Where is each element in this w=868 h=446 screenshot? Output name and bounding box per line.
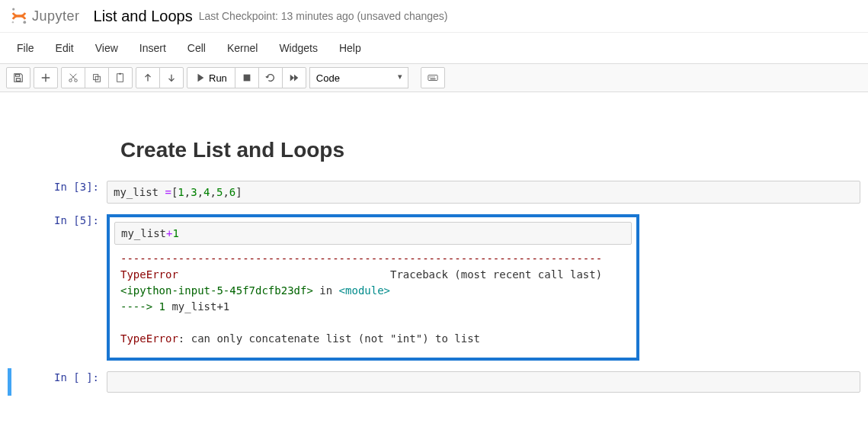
interrupt-button[interactable]: [235, 67, 259, 88]
arrow-down-icon: [166, 72, 177, 83]
code-cell-3[interactable]: In [ ]:: [8, 368, 860, 396]
keyboard-icon: [428, 72, 438, 83]
jupyter-icon: [9, 6, 29, 26]
move-up-button[interactable]: [136, 67, 160, 88]
svg-rect-10: [428, 75, 437, 81]
input-prompt-2: In [5]:: [8, 214, 107, 361]
save-icon: [13, 72, 24, 83]
code-input-1[interactable]: my_list =[1,3,4,5,6]: [107, 181, 860, 204]
notebook-area: Create List and Loops In [3]: my_list =[…: [0, 92, 868, 416]
code-cell-2[interactable]: In [5]: my_list+1 ----------------------…: [8, 211, 860, 364]
run-button[interactable]: Run: [187, 67, 235, 88]
svg-rect-13: [434, 76, 434, 77]
svg-point-0: [12, 8, 14, 10]
toolbar: Run Code: [0, 64, 868, 92]
error-output: ----------------------------------------…: [114, 245, 632, 353]
save-button[interactable]: [6, 67, 30, 88]
heading-create-list: Create List and Loops: [120, 138, 860, 162]
error-final-type: TypeError: [120, 332, 178, 345]
input-prompt-3: In [ ]:: [14, 371, 107, 393]
checkpoint-text: Last Checkpoint: 13 minutes ago (unsaved…: [199, 10, 448, 22]
code-input-3[interactable]: [107, 371, 860, 393]
copy-icon: [91, 72, 102, 83]
menu-edit[interactable]: Edit: [45, 36, 85, 60]
frame-in: in: [313, 284, 339, 297]
paste-icon: [115, 72, 126, 83]
svg-point-2: [12, 21, 14, 23]
notebook-title[interactable]: List and Loops: [94, 8, 193, 25]
restart-run-all-button[interactable]: [282, 67, 306, 88]
svg-rect-12: [431, 76, 432, 77]
cut-button[interactable]: [61, 67, 85, 88]
frame-module: <module>: [339, 284, 390, 297]
code-input-2[interactable]: my_list+1: [114, 222, 632, 245]
error-separator: ----------------------------------------…: [120, 252, 602, 265]
error-arrow: ---->: [120, 300, 159, 313]
restart-icon: [265, 72, 276, 83]
add-cell-button[interactable]: [34, 67, 58, 88]
menu-kernel[interactable]: Kernel: [216, 36, 268, 60]
restart-button[interactable]: [258, 67, 283, 88]
cut-icon: [68, 72, 78, 83]
svg-rect-7: [117, 74, 123, 82]
svg-rect-14: [430, 79, 435, 79]
error-lineno: 1: [159, 300, 165, 313]
stop-icon: [242, 72, 252, 83]
jupyter-logo[interactable]: Jupyter: [9, 6, 80, 26]
menu-widgets[interactable]: Widgets: [268, 36, 328, 60]
frame-code: my_list+1: [165, 300, 229, 313]
menu-view[interactable]: View: [85, 36, 129, 60]
frame-file: <ipython-input-5-45f7dcfb23df>: [120, 284, 313, 297]
svg-point-1: [23, 21, 26, 24]
command-palette-button[interactable]: [421, 67, 445, 88]
error-type: TypeError: [120, 268, 178, 281]
code-cell-1[interactable]: In [3]: my_list =[1,3,4,5,6]: [8, 178, 860, 207]
svg-rect-9: [243, 75, 250, 82]
fast-forward-icon: [289, 72, 299, 83]
highlight-box: my_list+1 ------------------------------…: [107, 214, 639, 361]
error-final-msg: : can only concatenate list (not "int") …: [178, 332, 480, 345]
svg-point-4: [75, 79, 78, 82]
header-bar: Jupyter List and Loops Last Checkpoint: …: [0, 0, 868, 33]
celltype-select[interactable]: Code: [309, 67, 408, 88]
traceback-header: Traceback (most recent call last): [178, 268, 602, 281]
arrow-up-icon: [143, 72, 153, 83]
menu-file[interactable]: File: [6, 36, 45, 60]
logo-text: Jupyter: [32, 8, 80, 24]
svg-rect-11: [429, 76, 430, 77]
paste-button[interactable]: [108, 67, 133, 88]
input-prompt-1: In [3]:: [8, 181, 107, 204]
play-icon: [195, 72, 206, 83]
menubar: File Edit View Insert Cell Kernel Widget…: [0, 33, 868, 64]
plus-icon: [40, 72, 51, 83]
menu-help[interactable]: Help: [328, 36, 372, 60]
menu-cell[interactable]: Cell: [177, 36, 216, 60]
svg-point-3: [69, 79, 72, 82]
move-down-button[interactable]: [159, 67, 184, 88]
menu-insert[interactable]: Insert: [129, 36, 177, 60]
run-label: Run: [209, 72, 227, 84]
copy-button[interactable]: [85, 67, 109, 88]
svg-rect-8: [119, 73, 121, 75]
